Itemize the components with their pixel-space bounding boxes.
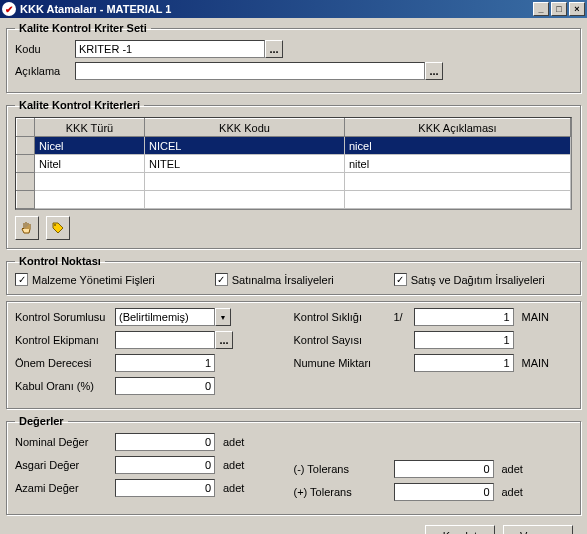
azami-label: Azami Değer xyxy=(15,482,115,494)
kontrol-sayisi-input[interactable] xyxy=(414,331,514,349)
kriterler-group: Kalite Kontrol Kriterleri KKK Türü KKK K… xyxy=(6,99,581,249)
degerler-legend: Değerler xyxy=(15,415,68,427)
row-header[interactable] xyxy=(17,173,35,191)
close-button[interactable]: × xyxy=(569,2,585,16)
kaydet-button[interactable]: Kaydet xyxy=(425,525,495,534)
kontrol-ekipmani-input[interactable] xyxy=(115,331,215,349)
col-kodu[interactable]: KKK Kodu xyxy=(145,119,345,137)
malzeme-label: Malzeme Yönetimi Fişleri xyxy=(32,274,155,286)
tag-tool-button[interactable] xyxy=(46,216,70,240)
kontrol-ekipmani-label: Kontrol Ekipmanı xyxy=(15,334,115,346)
kontrol-sikligi-label: Kontrol Sıklığı xyxy=(294,311,394,323)
nominal-label: Nominal Değer xyxy=(15,436,115,448)
sikligi-prefix: 1/ xyxy=(394,311,414,323)
cell-aciklama[interactable]: nicel xyxy=(345,137,571,155)
kontrol-sorumlusu-label: Kontrol Sorumlusu xyxy=(15,311,115,323)
azami-unit: adet xyxy=(223,482,244,494)
table-row[interactable] xyxy=(17,173,571,191)
satis-checkbox[interactable]: ✓ Satış ve Dağıtım İrsaliyeleri xyxy=(394,273,545,286)
kontrol-sorumlusu-input[interactable] xyxy=(115,308,215,326)
tag-icon xyxy=(51,221,65,235)
aciklama-label: Açıklama xyxy=(15,65,75,77)
col-aciklama[interactable]: KKK Açıklaması xyxy=(345,119,571,137)
nominal-unit: adet xyxy=(223,436,244,448)
table-row[interactable]: Nitel NITEL nitel xyxy=(17,155,571,173)
neg-tolerans-label: (-) Tolerans xyxy=(294,463,394,475)
numune-miktari-input[interactable] xyxy=(414,354,514,372)
cell-turu[interactable]: Nitel xyxy=(35,155,145,173)
kriter-seti-group: Kalite Kontrol Kriter Seti Kodu ... Açık… xyxy=(6,22,581,93)
azami-input[interactable] xyxy=(115,479,215,497)
vazgec-button[interactable]: Vazgeç xyxy=(503,525,573,534)
app-icon: ✔ xyxy=(2,2,16,16)
kodu-input[interactable] xyxy=(75,40,265,58)
table-corner xyxy=(17,119,35,137)
kontrol-sorumlusu-combo[interactable]: ▼ xyxy=(115,308,231,326)
kontrol-noktasi-legend: Kontrol Noktası xyxy=(15,255,105,267)
kabul-orani-label: Kabul Oranı (%) xyxy=(15,380,115,392)
numune-miktari-label: Numune Miktarı xyxy=(294,357,394,369)
neg-tolerans-unit: adet xyxy=(502,463,523,475)
minimize-button[interactable]: _ xyxy=(533,2,549,16)
asgari-unit: adet xyxy=(223,459,244,471)
nominal-input[interactable] xyxy=(115,433,215,451)
satinalma-checkbox[interactable]: ✓ Satınalma İrsaliyeleri xyxy=(215,273,334,286)
pos-tolerans-label: (+) Tolerans xyxy=(294,486,394,498)
window-title: KKK Atamaları - MATERIAL 1 xyxy=(20,3,531,15)
kriterler-legend: Kalite Kontrol Kriterleri xyxy=(15,99,144,111)
maximize-button[interactable]: □ xyxy=(551,2,567,16)
cell-aciklama[interactable]: nitel xyxy=(345,155,571,173)
title-bar: ✔ KKK Atamaları - MATERIAL 1 _ □ × xyxy=(0,0,587,18)
kodu-label: Kodu xyxy=(15,43,75,55)
asgari-input[interactable] xyxy=(115,456,215,474)
cell-kodu[interactable]: NITEL xyxy=(145,155,345,173)
kontrol-noktasi-group: Kontrol Noktası ✓ Malzeme Yönetimi Fişle… xyxy=(6,255,581,295)
malzeme-checkbox[interactable]: ✓ Malzeme Yönetimi Fişleri xyxy=(15,273,155,286)
vazgec-label: azgeç xyxy=(527,530,556,534)
col-turu[interactable]: KKK Türü xyxy=(35,119,145,137)
table-row[interactable] xyxy=(17,191,571,209)
aciklama-input[interactable] xyxy=(75,62,425,80)
check-icon: ✓ xyxy=(15,273,28,286)
kriter-seti-legend: Kalite Kontrol Kriter Seti xyxy=(15,22,151,34)
kaydet-label: aydet xyxy=(450,530,477,534)
kontrol-sayisi-label: Kontrol Sayısı xyxy=(294,334,394,346)
row-header[interactable] xyxy=(17,155,35,173)
onem-derecesi-label: Önem Derecesi xyxy=(15,357,115,369)
ekipman-lookup-button[interactable]: ... xyxy=(215,331,233,349)
pos-tolerans-input[interactable] xyxy=(394,483,494,501)
svg-point-0 xyxy=(54,224,56,226)
chevron-down-icon[interactable]: ▼ xyxy=(215,308,231,326)
sikligi-unit: MAIN xyxy=(522,311,550,323)
satinalma-label: Satınalma İrsaliyeleri xyxy=(232,274,334,286)
kriterler-table[interactable]: KKK Türü KKK Kodu KKK Açıklaması Nicel N… xyxy=(16,118,571,209)
numune-unit: MAIN xyxy=(522,357,550,369)
row-header[interactable] xyxy=(17,191,35,209)
pos-tolerans-unit: adet xyxy=(502,486,523,498)
kabul-orani-input[interactable] xyxy=(115,377,215,395)
row-header[interactable] xyxy=(17,137,35,155)
onem-derecesi-input[interactable] xyxy=(115,354,215,372)
kontrol-sikligi-input[interactable] xyxy=(414,308,514,326)
neg-tolerans-input[interactable] xyxy=(394,460,494,478)
degerler-group: Değerler Nominal Değer adet Asgari Değer… xyxy=(6,415,581,515)
params-group: Kontrol Sorumlusu ▼ Kontrol Ekipmanı ...… xyxy=(6,301,581,409)
hand-tool-button[interactable] xyxy=(15,216,39,240)
check-icon: ✓ xyxy=(394,273,407,286)
asgari-label: Asgari Değer xyxy=(15,459,115,471)
cell-kodu[interactable]: NICEL xyxy=(145,137,345,155)
satis-label: Satış ve Dağıtım İrsaliyeleri xyxy=(411,274,545,286)
table-row[interactable]: Nicel NICEL nicel xyxy=(17,137,571,155)
cell-turu[interactable]: Nicel xyxy=(35,137,145,155)
aciklama-lookup-button[interactable]: ... xyxy=(425,62,443,80)
kodu-lookup-button[interactable]: ... xyxy=(265,40,283,58)
check-icon: ✓ xyxy=(215,273,228,286)
hand-icon xyxy=(20,221,34,235)
